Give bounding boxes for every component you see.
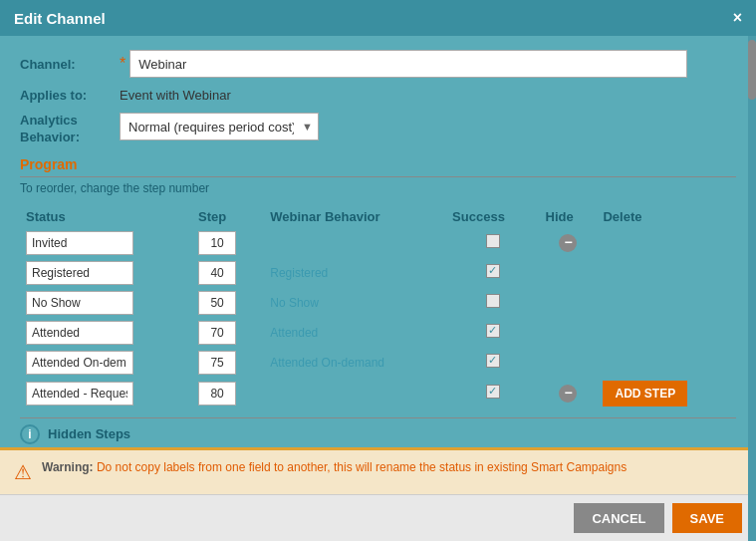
step-cell bbox=[192, 258, 264, 288]
hide-cell: − bbox=[540, 228, 598, 258]
save-button[interactable]: SAVE bbox=[672, 503, 742, 533]
edit-channel-dialog: Edit Channel × Channel: * Applies to: Ev… bbox=[0, 0, 756, 541]
step-cell bbox=[192, 228, 264, 258]
col-hide: Hide bbox=[540, 205, 598, 228]
applies-value: Event with Webinar bbox=[120, 88, 231, 103]
success-cell bbox=[446, 348, 539, 378]
dialog-body: Channel: * Applies to: Event with Webina… bbox=[0, 36, 756, 447]
analytics-label: AnalyticsBehavior: bbox=[20, 113, 120, 146]
table-row: Registered bbox=[20, 258, 736, 288]
dialog-header: Edit Channel × bbox=[0, 0, 756, 36]
close-button[interactable]: × bbox=[733, 9, 742, 27]
status-input[interactable] bbox=[26, 382, 133, 406]
warning-prefix: Warning: bbox=[42, 460, 94, 474]
scrollbar[interactable] bbox=[748, 36, 756, 541]
hidden-steps-icon[interactable]: i bbox=[20, 424, 40, 444]
status-input[interactable] bbox=[26, 231, 133, 255]
warning-message: Do not copy labels from one field to ano… bbox=[97, 460, 627, 474]
table-row: No Show bbox=[20, 288, 736, 318]
table-row: Attended bbox=[20, 318, 736, 348]
webinar-behavior-text: No Show bbox=[270, 296, 319, 310]
step-input[interactable] bbox=[198, 321, 236, 345]
step-cell bbox=[192, 288, 264, 318]
channel-row: Channel: * bbox=[20, 50, 736, 78]
program-table: Status Step Webinar Behavior Success Hid… bbox=[20, 205, 736, 409]
delete-cell: ADD STEP bbox=[597, 378, 736, 409]
success-checkbox[interactable] bbox=[486, 264, 500, 278]
channel-label: Channel: bbox=[20, 57, 120, 72]
status-cell bbox=[20, 228, 192, 258]
analytics-select[interactable]: Normal (requires period cost) Minimal No… bbox=[120, 113, 319, 140]
delete-cell bbox=[597, 258, 736, 288]
status-cell bbox=[20, 378, 192, 409]
step-input[interactable] bbox=[198, 351, 236, 375]
table-row: Attended On-demand bbox=[20, 348, 736, 378]
reorder-note: To reorder, change the step number bbox=[20, 181, 736, 195]
success-cell bbox=[446, 258, 539, 288]
webinar-behavior-text: Attended On-demand bbox=[270, 356, 384, 370]
col-status: Status bbox=[20, 205, 192, 228]
dialog-title: Edit Channel bbox=[14, 10, 106, 27]
success-cell bbox=[446, 318, 539, 348]
delete-cell bbox=[597, 228, 736, 258]
webinar-behavior-cell: Registered bbox=[264, 258, 446, 288]
status-input[interactable] bbox=[26, 291, 133, 315]
success-checkbox[interactable] bbox=[486, 324, 500, 338]
hidden-steps-row: i Hidden Steps bbox=[20, 417, 736, 447]
success-cell bbox=[446, 288, 539, 318]
analytics-select-wrap: Normal (requires period cost) Minimal No… bbox=[120, 113, 319, 140]
status-input[interactable] bbox=[26, 261, 133, 285]
col-success: Success bbox=[446, 205, 539, 228]
col-webinar-behavior: Webinar Behavior bbox=[264, 205, 446, 228]
success-checkbox[interactable] bbox=[486, 234, 500, 248]
hide-cell bbox=[540, 348, 598, 378]
delete-cell bbox=[597, 318, 736, 348]
cancel-button[interactable]: CANCEL bbox=[574, 503, 663, 533]
status-input[interactable] bbox=[26, 321, 133, 345]
step-input[interactable] bbox=[198, 382, 236, 406]
warning-bar: ⚠ Warning: Do not copy labels from one f… bbox=[0, 447, 756, 494]
delete-cell bbox=[597, 288, 736, 318]
webinar-behavior-text: Registered bbox=[270, 266, 328, 280]
webinar-behavior-cell bbox=[264, 228, 446, 258]
success-cell bbox=[446, 228, 539, 258]
webinar-behavior-cell: Attended bbox=[264, 318, 446, 348]
delete-button[interactable]: − bbox=[559, 234, 577, 252]
hide-cell bbox=[540, 318, 598, 348]
webinar-behavior-text: Attended bbox=[270, 326, 318, 340]
status-cell bbox=[20, 348, 192, 378]
hide-cell bbox=[540, 258, 598, 288]
step-input[interactable] bbox=[198, 231, 236, 255]
step-input[interactable] bbox=[198, 261, 236, 285]
table-row: − ADD STEP bbox=[20, 378, 736, 409]
success-checkbox[interactable] bbox=[486, 354, 500, 368]
webinar-behavior-cell: Attended On-demand bbox=[264, 348, 446, 378]
hidden-steps-label: Hidden Steps bbox=[48, 426, 130, 441]
warning-icon: ⚠ bbox=[14, 460, 32, 484]
col-step: Step bbox=[192, 205, 264, 228]
table-row: − bbox=[20, 228, 736, 258]
status-cell bbox=[20, 258, 192, 288]
table-header-row: Status Step Webinar Behavior Success Hid… bbox=[20, 205, 736, 228]
webinar-behavior-cell bbox=[264, 378, 446, 409]
applies-row: Applies to: Event with Webinar bbox=[20, 88, 736, 103]
success-checkbox[interactable] bbox=[486, 385, 500, 399]
col-delete: Delete bbox=[597, 205, 736, 228]
scrollbar-thumb[interactable] bbox=[748, 40, 756, 100]
status-input[interactable] bbox=[26, 351, 133, 375]
analytics-row: AnalyticsBehavior: Normal (requires peri… bbox=[20, 113, 736, 146]
channel-input[interactable] bbox=[129, 50, 687, 78]
required-star: * bbox=[120, 55, 126, 73]
success-checkbox[interactable] bbox=[486, 294, 500, 308]
status-cell bbox=[20, 318, 192, 348]
success-cell bbox=[446, 378, 539, 409]
program-title: Program bbox=[20, 156, 736, 177]
applies-label: Applies to: bbox=[20, 88, 120, 103]
step-input[interactable] bbox=[198, 291, 236, 315]
step-cell bbox=[192, 378, 264, 409]
add-step-button[interactable]: ADD STEP bbox=[603, 381, 687, 406]
status-cell bbox=[20, 288, 192, 318]
delete-button[interactable]: − bbox=[559, 385, 577, 403]
warning-text: Warning: Do not copy labels from one fie… bbox=[42, 460, 627, 474]
dialog-footer: CANCEL SAVE bbox=[0, 494, 756, 541]
